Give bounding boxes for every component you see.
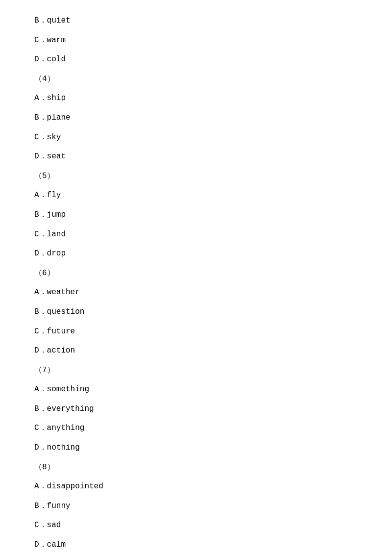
option-a-weather: A．weather <box>34 286 358 299</box>
option-b-everything: B．everything <box>34 403 358 416</box>
option-d-drop: D．drop <box>34 248 358 260</box>
option-b-question: B．question <box>34 306 358 319</box>
option-a-fly: A．fly <box>34 189 358 202</box>
option-d-calm: D．calm <box>34 539 358 552</box>
section-number-1: （4） <box>34 73 358 86</box>
page-content: B．quietC．warmD．cold（4）A．shipB．planeC．sky… <box>0 0 392 555</box>
option-b-jump: B．jump <box>34 209 358 222</box>
section-number-2: （5） <box>34 170 358 183</box>
option-c-future: C．future <box>34 326 358 338</box>
option-b-quiet: B．quiet <box>34 15 358 27</box>
option-c-land: C．land <box>34 228 358 241</box>
option-a-disappointed: A．disappointed <box>34 480 358 493</box>
section-number-4: （7） <box>34 364 358 377</box>
option-b-plane: B．plane <box>34 112 358 125</box>
section-number-3: （6） <box>34 267 358 280</box>
option-c-anything: C．anything <box>34 422 358 435</box>
option-c-sky: C．sky <box>34 131 358 144</box>
option-d-seat: D．seat <box>34 151 358 163</box>
option-d-nothing: D．nothing <box>34 442 358 454</box>
section-number-5: （8） <box>34 461 358 474</box>
option-d-cold: D．cold <box>34 53 358 66</box>
option-a-something: A．something <box>34 383 358 396</box>
option-a-ship: A．ship <box>34 92 358 105</box>
option-c-warm: C．warm <box>34 34 358 47</box>
option-c-sad: C．sad <box>34 519 358 532</box>
option-b-funny: B．funny <box>34 500 358 513</box>
option-d-action: D．action <box>34 345 358 357</box>
